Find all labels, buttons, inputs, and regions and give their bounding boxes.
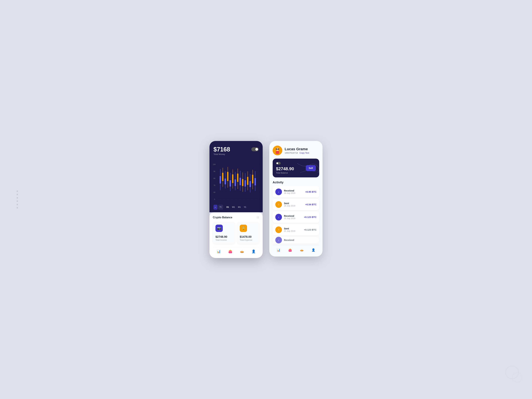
- sent-icon-1: ↑: [275, 201, 282, 208]
- activity-type-2: Sent: [284, 202, 303, 205]
- screens-container: $7168 Total Money 10K 9K: [209, 141, 323, 258]
- avatar: [273, 146, 282, 155]
- activity-item-2: ↑ Sent 18 July 2019 +0.54 BTC: [273, 199, 319, 210]
- sent-icon-2: ↑: [275, 226, 282, 233]
- activity-amount-1: +0.95 BTC: [305, 190, 317, 193]
- activity-item-4: ↑ Sent 21 July 2019 +0.123 BTC: [273, 224, 319, 235]
- activity-amount-2: +0.54 BTC: [305, 203, 317, 206]
- copy-text-button[interactable]: Copy Text: [300, 152, 309, 154]
- svg-rect-17: [225, 178, 226, 184]
- crypto-balance-header: Crypto Balance ⁝⁝: [213, 216, 259, 219]
- expense-amount: $1478.00: [240, 235, 257, 239]
- crypto-balance-card: Crypto Balance ⁝⁝ 📷 $2748.90 Total Incom…: [209, 212, 263, 258]
- expense-card: 🔒 $1478.00 Total Expense: [237, 222, 259, 244]
- lock-icon: 🔒: [241, 226, 246, 230]
- sell-button[interactable]: Sell: [306, 165, 316, 171]
- right-phone: Lucas Grame 18937618718 Copy Text $2748.…: [269, 141, 323, 257]
- crypto-balance-title: Crypto Balance: [213, 216, 232, 219]
- line-chart-btn[interactable]: 〜: [218, 205, 223, 210]
- svg-rect-29: [240, 178, 241, 185]
- svg-rect-19: [227, 172, 228, 181]
- received-icon-1: ↓: [275, 189, 282, 195]
- activity-amount-4: +0.123 BTC: [304, 228, 317, 231]
- income-label: Total Income: [215, 239, 232, 241]
- time-w1[interactable]: W1: [231, 205, 236, 209]
- activity-amount-3: +0.123 BTC: [304, 216, 317, 218]
- nav-chart-right[interactable]: 📊: [276, 247, 281, 253]
- deco-circle-2: [512, 372, 522, 382]
- time-selectors: ⌐ 〜 D1 W1 M1 Y1: [214, 203, 259, 212]
- svg-rect-35: [247, 177, 248, 185]
- nav-wallet-right[interactable]: 👛: [288, 247, 293, 253]
- nav-chart-icon[interactable]: 📊: [216, 249, 222, 254]
- balance-cards: 📷 $2748.90 Total Income 🔒 $1478.00 Total…: [213, 222, 259, 244]
- profile-name: Lucas Grame: [285, 147, 309, 151]
- chart-section: $7168 Total Money 10K 9K: [209, 141, 263, 212]
- svg-rect-44: [276, 151, 279, 154]
- svg-rect-37: [250, 181, 251, 187]
- more-options-icon[interactable]: ⁝⁝: [257, 216, 259, 219]
- nav-pie-right[interactable]: 🥧: [299, 247, 304, 253]
- svg-rect-13: [220, 176, 221, 184]
- profile-id-row: 18937618718 Copy Text: [285, 152, 309, 154]
- activity-info-4: Sent 21 July 2019: [284, 227, 302, 232]
- balance-toggle[interactable]: [276, 162, 281, 165]
- bottom-nav-right: 📊 👛 🥧 👤: [273, 245, 319, 257]
- chart-type-buttons: ⌐ 〜: [214, 205, 223, 210]
- activity-type-4: Sent: [284, 227, 302, 230]
- activity-date-2: 18 July 2019: [284, 205, 303, 207]
- svg-text:8K: 8K: [214, 177, 216, 179]
- svg-text:7K: 7K: [214, 184, 216, 186]
- svg-rect-31: [242, 179, 243, 186]
- income-card: 📷 $2748.90 Total Income: [213, 222, 235, 244]
- side-dots: [17, 190, 18, 209]
- profile-info: Lucas Grame 18937618718 Copy Text: [285, 147, 309, 154]
- activity-date-3: 20 July 2019: [284, 217, 302, 220]
- svg-text:9K: 9K: [214, 171, 216, 172]
- activity-item: ↓ Received 18 July 2019 +0.95 BTC: [273, 186, 319, 197]
- income-icon: 📷: [215, 225, 223, 232]
- theme-toggle[interactable]: [251, 147, 259, 151]
- bottom-nav-left: 📊 👛 🥧 👤: [213, 247, 259, 254]
- svg-text:0: 0: [214, 198, 215, 200]
- balance-dark-card: $2748.90 Total Balance Sell: [273, 158, 319, 177]
- left-phone: $7168 Total Money 10K 9K: [209, 141, 263, 258]
- nav-user-right[interactable]: 👤: [311, 247, 316, 253]
- nav-pie-icon[interactable]: 🥧: [239, 249, 245, 254]
- candlestick-btn[interactable]: ⌐: [214, 205, 217, 210]
- activity-title: Activity: [273, 181, 319, 184]
- svg-rect-39: [252, 175, 253, 183]
- received-icon-3: ↓: [275, 237, 282, 243]
- expense-icon: 🔒: [240, 225, 247, 232]
- total-money-block: $7168 Total Money: [214, 146, 230, 159]
- activity-item-5: ↓ Received: [273, 237, 319, 243]
- activity-list: ↓ Received 18 July 2019 +0.95 BTC ↑ Sent…: [273, 186, 319, 243]
- svg-text:6K: 6K: [214, 191, 216, 193]
- activity-item-3: ↓ Received 20 July 2019 +0.123 BTC: [273, 211, 319, 223]
- left-header: $7168 Total Money: [214, 146, 259, 159]
- activity-date-1: 18 July 2019: [284, 192, 303, 194]
- svg-rect-23: [232, 174, 234, 183]
- received-icon-2: ↓: [275, 214, 282, 221]
- time-d1[interactable]: D1: [225, 205, 230, 209]
- svg-text:10K: 10K: [213, 164, 216, 165]
- svg-rect-41: [254, 178, 256, 185]
- time-m1[interactable]: M1: [237, 205, 242, 209]
- nav-user-icon[interactable]: 👤: [251, 249, 256, 254]
- chart-svg: 10K 9K 8K 7K 6K 0: [213, 159, 259, 203]
- svg-rect-21: [230, 180, 231, 187]
- activity-type-5: Received: [284, 239, 317, 241]
- svg-rect-25: [234, 179, 236, 186]
- nav-wallet-icon[interactable]: 👛: [228, 249, 233, 254]
- total-label: Total Money: [214, 153, 230, 155]
- total-amount: $7168: [214, 146, 230, 153]
- time-y1[interactable]: Y1: [243, 205, 247, 209]
- svg-rect-15: [222, 173, 223, 181]
- svg-rect-33: [245, 180, 246, 187]
- candlestick-chart: 10K 9K 8K 7K 6K 0: [213, 159, 259, 203]
- activity-info-2: Sent 18 July 2019: [284, 202, 303, 207]
- activity-type-1: Received: [284, 189, 303, 192]
- balance-dark-label: Total Balance: [276, 172, 316, 174]
- camera-icon: 📷: [217, 226, 221, 230]
- activity-info-3: Received 20 July 2019: [284, 215, 302, 220]
